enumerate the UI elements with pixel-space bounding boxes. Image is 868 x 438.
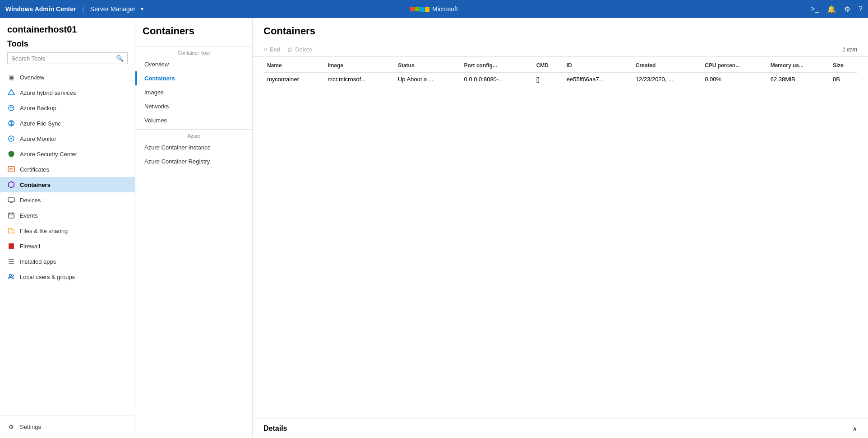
col-memory[interactable]: Memory us...: [767, 59, 829, 73]
end-label: End: [270, 46, 280, 53]
sidebar-item-label: Events: [20, 212, 38, 219]
item-count: 1 item: [842, 47, 857, 53]
azure-filesync-icon: [7, 119, 15, 127]
end-icon: ✕: [263, 47, 268, 52]
sidebar-item-azure-security[interactable]: Azure Security Center: [0, 146, 135, 162]
bell-icon[interactable]: 🔔: [827, 5, 836, 14]
sidebar-item-containers[interactable]: Containers: [0, 177, 135, 192]
details-collapse-icon[interactable]: ∧: [853, 425, 857, 432]
search-input[interactable]: [11, 55, 116, 62]
settings-label: Settings: [20, 424, 41, 430]
delete-button[interactable]: 🗑 Delete: [287, 46, 312, 53]
col-name[interactable]: Name: [263, 59, 324, 73]
svg-point-1: [9, 105, 14, 111]
sidebar-item-label: Files & file sharing: [20, 228, 68, 234]
sidebar-settings[interactable]: ⚙ Settings: [7, 419, 128, 434]
sidebar-item-label: Azure File Sync: [20, 120, 61, 127]
sidebar-item-firewall[interactable]: Firewall: [0, 238, 135, 254]
col-cpu[interactable]: CPU percen...: [701, 59, 767, 73]
settings-icon[interactable]: ⚙: [844, 5, 850, 14]
sidebar-item-azure-filesync[interactable]: Azure File Sync: [0, 116, 135, 131]
table-row[interactable]: mycontainermcr.microsof...Up About a ...…: [263, 73, 857, 86]
details-header[interactable]: Details ∧: [263, 424, 857, 433]
files-icon: [7, 227, 15, 235]
azure-monitor-icon: [7, 135, 15, 143]
certificates-icon: [7, 165, 15, 173]
col-size[interactable]: Size: [829, 59, 857, 73]
microsoft-logo: [410, 7, 429, 12]
center-nav-label: Overview: [144, 61, 169, 68]
topbar: Windows Admin Center | Server Manager ▾ …: [0, 0, 868, 18]
col-created[interactable]: Created: [632, 59, 701, 73]
center-nav-volumes[interactable]: Volumes: [135, 113, 252, 127]
terminal-icon[interactable]: >_: [811, 5, 819, 13]
azure-security-icon: [7, 150, 15, 158]
sidebar-item-azure-backup[interactable]: Azure Backup: [0, 100, 135, 116]
svg-point-22: [12, 275, 14, 276]
azure-label: Azure: [135, 129, 252, 140]
svg-rect-13: [9, 213, 14, 218]
events-icon: [7, 211, 15, 219]
content-title: Containers: [263, 25, 857, 37]
center-panel-title: Containers: [135, 25, 252, 44]
firewall-icon: [7, 242, 15, 250]
server-manager-label[interactable]: Server Manager: [90, 5, 135, 13]
col-cmd[interactable]: CMD: [533, 59, 563, 73]
sidebar-nav: ▣ Overview Azure hybrid services Azure B…: [0, 70, 135, 415]
center-nav-images[interactable]: Images: [135, 85, 252, 99]
sidebar-item-local-users[interactable]: Local users & groups: [0, 269, 135, 284]
sidebar-item-devices[interactable]: Devices: [0, 192, 135, 208]
sidebar-item-azure-monitor[interactable]: Azure Monitor: [0, 131, 135, 146]
sidebar-item-events[interactable]: Events: [0, 208, 135, 223]
containers-icon: [7, 181, 15, 189]
sidebar-item-label: Installed apps: [20, 258, 56, 265]
sidebar-item-certificates[interactable]: Certificates: [0, 162, 135, 177]
center-nav-networks[interactable]: Networks: [135, 99, 252, 113]
sidebar: containerhost01 Tools 🔍 ▣ Overview Azure…: [0, 18, 135, 438]
center-nav-containers[interactable]: Containers: [135, 71, 252, 85]
sidebar-item-files[interactable]: Files & file sharing: [0, 223, 135, 238]
search-container: 🔍: [7, 52, 128, 64]
center-panel: Containers Container host Overview Conta…: [135, 18, 253, 438]
sidebar-item-label: Azure Security Center: [20, 151, 77, 158]
center-nav-overview[interactable]: Overview: [135, 57, 252, 71]
svg-rect-10: [8, 198, 14, 202]
col-port[interactable]: Port config...: [461, 59, 533, 73]
center-nav-aci[interactable]: Azure Container Instance: [135, 140, 252, 154]
settings-gear-icon: ⚙: [7, 423, 15, 431]
center-nav-label: Containers: [144, 75, 175, 82]
sidebar-item-installed-apps[interactable]: Installed apps: [0, 254, 135, 269]
center-nav-label: Azure Container Instance: [144, 144, 211, 151]
svg-marker-0: [8, 89, 14, 95]
sidebar-item-azure-hybrid[interactable]: Azure hybrid services: [0, 85, 135, 100]
details-title: Details: [263, 424, 287, 433]
sidebar-item-label: Overview: [20, 74, 44, 81]
center-nav-label: Networks: [144, 103, 169, 110]
col-image[interactable]: Image: [324, 59, 394, 73]
azure-hybrid-icon: [7, 89, 15, 97]
center-nav-label: Azure Container Registry: [144, 158, 210, 165]
sidebar-item-overview[interactable]: ▣ Overview: [0, 70, 135, 85]
sidebar-item-label: Firewall: [20, 243, 40, 250]
end-button[interactable]: ✕ End: [263, 46, 280, 53]
details-section: Details ∧: [253, 419, 868, 438]
sidebar-item-label: Local users & groups: [20, 274, 75, 280]
table-container: Name Image Status Port config... CMD ID …: [253, 57, 868, 419]
sidebar-item-label: Azure Monitor: [20, 135, 56, 142]
server-manager-dropdown[interactable]: ▾: [141, 6, 143, 12]
devices-icon: [7, 196, 15, 204]
center-nav-acr[interactable]: Azure Container Registry: [135, 154, 252, 168]
help-icon[interactable]: ?: [859, 5, 863, 13]
col-status[interactable]: Status: [394, 59, 461, 73]
tools-label: Tools: [7, 39, 128, 49]
hostname: containerhost01: [7, 24, 128, 35]
svg-rect-17: [9, 243, 14, 249]
col-id[interactable]: ID: [563, 59, 632, 73]
sidebar-item-label: Azure Backup: [20, 105, 56, 112]
sidebar-item-label: Azure hybrid services: [20, 89, 76, 96]
sidebar-item-label: Devices: [20, 197, 41, 204]
center-nav-label: Images: [144, 89, 164, 96]
sidebar-item-label: Containers: [20, 182, 51, 188]
center-nav-label: Volumes: [144, 117, 167, 124]
svg-point-5: [10, 138, 12, 140]
